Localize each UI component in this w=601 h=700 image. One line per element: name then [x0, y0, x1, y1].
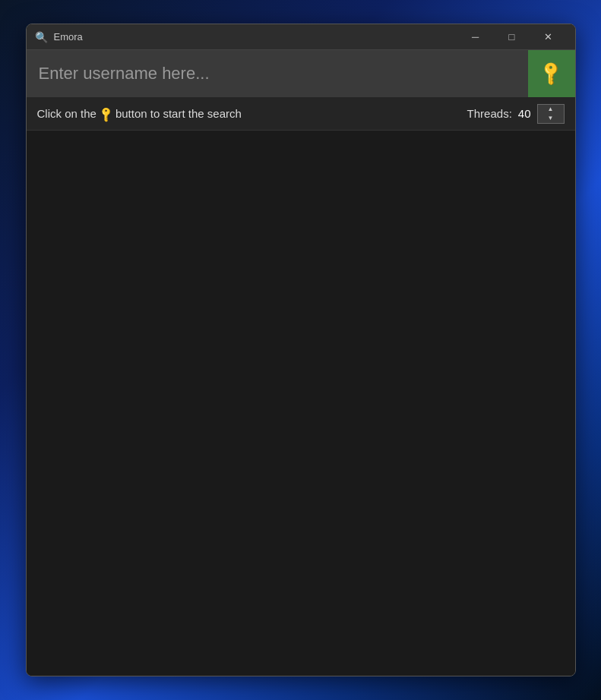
threads-spinner[interactable]: ▲ ▼ — [537, 104, 565, 124]
hint-text-suffix: button to start the search — [115, 107, 242, 120]
threads-decrement-button[interactable]: ▼ — [538, 114, 564, 123]
app-icon: 🔍 — [36, 31, 48, 43]
key-icon: 🔑 — [537, 59, 565, 87]
username-input[interactable] — [39, 64, 528, 84]
search-hint: Click on the 🔑 button to start the searc… — [37, 107, 467, 120]
main-content — [27, 131, 575, 676]
title-bar: 🔍 Emora ─ □ ✕ — [27, 24, 575, 50]
window-controls: ─ □ ✕ — [458, 24, 566, 50]
threads-section: Threads: 40 ▲ ▼ — [467, 104, 565, 124]
threads-increment-button[interactable]: ▲ — [538, 105, 564, 114]
close-button[interactable]: ✕ — [531, 24, 566, 50]
hint-key-icon: 🔑 — [97, 105, 115, 122]
toolbar: Click on the 🔑 button to start the searc… — [27, 97, 575, 131]
search-bar: 🔑 — [27, 50, 575, 97]
hint-text-prefix: Click on the — [37, 107, 96, 120]
threads-label: Threads: — [467, 107, 512, 120]
minimize-button[interactable]: ─ — [458, 24, 493, 50]
maximize-button[interactable]: □ — [495, 24, 530, 50]
threads-value: 40 — [518, 107, 531, 120]
app-title: Emora — [54, 31, 458, 43]
app-window: 🔍 Emora ─ □ ✕ 🔑 Click on the 🔑 button to… — [26, 24, 576, 676]
search-button[interactable]: 🔑 — [528, 50, 575, 97]
